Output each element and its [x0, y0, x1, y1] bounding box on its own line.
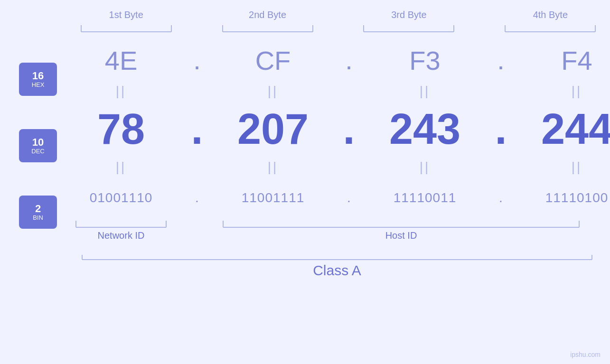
- network-id-label: Network ID: [98, 230, 145, 241]
- bin-dot-3: .: [489, 191, 513, 205]
- bracket-2: [208, 24, 327, 33]
- bin-val-1: 01001110: [57, 190, 185, 205]
- bin-val-3: 11110011: [361, 190, 489, 205]
- hex-dot-1: .: [185, 47, 209, 74]
- equals-row-1: || || || ||: [57, 79, 610, 103]
- bottom-brackets-row: Network ID Host ID: [57, 220, 610, 241]
- eq-2-1: ||: [57, 159, 185, 175]
- network-id-section: Network ID: [57, 220, 185, 241]
- hex-badge-number: 16: [32, 70, 44, 82]
- hex-val-4: F4: [513, 45, 610, 76]
- dec-badge: 10 DEC: [19, 129, 57, 162]
- dec-dot-2: .: [337, 108, 361, 150]
- bin-badge-number: 2: [35, 203, 41, 215]
- dec-row: 78 . 207 . 243 . 244: [57, 103, 610, 155]
- class-bracket-svg: [81, 254, 593, 261]
- eq-2-3: ||: [361, 159, 489, 175]
- bracket-4: [491, 24, 610, 33]
- host-id-label: Host ID: [385, 230, 417, 241]
- data-grid: 4E . CF . F3 . F4 || || || || 78: [57, 41, 610, 245]
- dec-badge-label: DEC: [31, 148, 44, 155]
- bin-row: 01001110 . 11001111 . 11110011 . 1111010…: [57, 179, 610, 217]
- dec-dot-3: .: [489, 108, 513, 150]
- bin-val-2: 11001111: [209, 190, 337, 205]
- bin-badge-label: BIN: [33, 215, 43, 221]
- bin-val-4: 11110100: [513, 190, 610, 205]
- byte-label-4: 4th Byte: [491, 9, 610, 20]
- main-area: 16 HEX 10 DEC 2 BIN 4E . CF . F3 . F4: [0, 41, 610, 245]
- eq-1-4: ||: [513, 84, 610, 99]
- class-label: Class A: [313, 262, 361, 278]
- eq-1-3: ||: [361, 84, 489, 99]
- dec-val-2: 207: [209, 105, 337, 154]
- dec-val-4: 244: [513, 105, 610, 154]
- host-id-section: Host ID: [209, 220, 593, 241]
- eq-2-2: ||: [209, 159, 337, 175]
- eq-1-2: ||: [209, 84, 337, 99]
- class-label-container: Class A: [81, 262, 593, 279]
- badges-column: 16 HEX 10 DEC 2 BIN: [19, 41, 57, 245]
- hex-dot-2: .: [337, 47, 361, 74]
- top-brackets-row: [0, 24, 610, 33]
- hex-badge-label: HEX: [32, 82, 45, 88]
- hex-row: 4E . CF . F3 . F4: [57, 41, 610, 79]
- dec-badge-number: 10: [32, 137, 44, 148]
- dec-val-1: 78: [57, 105, 185, 154]
- eq-2-4: ||: [513, 159, 610, 175]
- hex-badge: 16 HEX: [19, 63, 57, 96]
- network-id-bracket-svg: [74, 220, 169, 228]
- byte-label-3: 3rd Byte: [349, 9, 469, 20]
- bracket-1: [66, 24, 186, 33]
- byte-labels-row: 1st Byte 2nd Byte 3rd Byte 4th Byte: [0, 9, 610, 20]
- equals-row-2: || || || ||: [57, 155, 610, 179]
- main-container: 1st Byte 2nd Byte 3rd Byte 4th Byte: [0, 0, 610, 364]
- dec-val-3: 243: [361, 105, 489, 154]
- bin-dot-1: .: [185, 191, 209, 205]
- hex-val-2: CF: [209, 45, 337, 76]
- dec-dot-1: .: [185, 108, 209, 150]
- class-section: Class A: [0, 254, 610, 279]
- watermark: ipshu.com: [570, 351, 601, 358]
- bracket-3: [349, 24, 469, 33]
- bin-badge: 2 BIN: [19, 196, 57, 229]
- hex-val-1: 4E: [57, 45, 185, 76]
- bin-dot-2: .: [337, 191, 361, 205]
- byte-label-1: 1st Byte: [66, 9, 186, 20]
- host-id-bracket-svg: [221, 220, 582, 228]
- eq-1-1: ||: [57, 84, 185, 99]
- hex-dot-3: .: [489, 47, 513, 74]
- byte-label-2: 2nd Byte: [208, 9, 327, 20]
- hex-val-3: F3: [361, 45, 489, 76]
